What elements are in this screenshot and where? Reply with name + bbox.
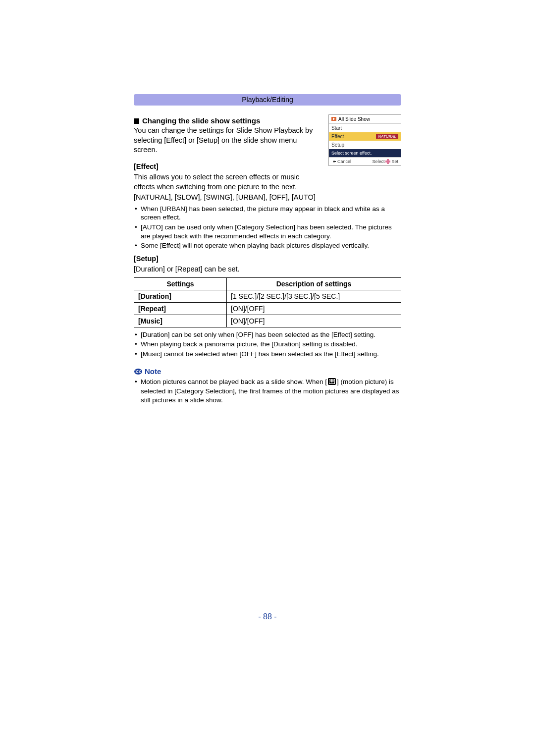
note-heading: Note (134, 367, 401, 376)
note-bullet: Motion pictures cannot be played back as… (134, 378, 401, 404)
table-head-description: Description of settings (227, 277, 401, 290)
svg-rect-7 (331, 379, 332, 382)
effect-bullet-3: Some [Effect] will not operate when play… (134, 241, 401, 250)
settings-table: Settings Description of settings [Durati… (134, 277, 401, 327)
document-page: Playback/Editing Changing the slide show… (67, 0, 468, 651)
setup-heading: [Setup] (134, 254, 401, 264)
effect-options: [NATURAL], [SLOW], [SWING], [URBAN], [OF… (134, 193, 401, 203)
effect-bullets: When [URBAN] has been selected, the pict… (134, 205, 401, 250)
motion-picture-icon (328, 378, 336, 387)
page-number: - 88 - (134, 612, 401, 621)
effect-bullet-2: [AUTO] can be used only when [Category S… (134, 223, 401, 240)
camera-menu-illustration: All Slide Show Start Effect NATURAL Setu… (328, 114, 401, 166)
setup-bullet-2: When playing back a panorama picture, th… (134, 340, 401, 349)
table-row: [Music] [ON]/[OFF] (134, 315, 401, 327)
changing-settings-heading: Changing the slide show settings (134, 116, 321, 125)
camera-item-effect: Effect NATURAL (329, 132, 401, 141)
header-title: Playback/Editing (242, 96, 293, 104)
setup-description: [Duration] or [Repeat] can be set. (134, 265, 401, 274)
effect-description: This allows you to select the screen eff… (134, 172, 321, 192)
camera-select-set: Select Set (372, 159, 398, 164)
note-bullets: Motion pictures cannot be played back as… (134, 378, 401, 404)
setup-bullets: [Duration] can be set only when [OFF] ha… (134, 330, 401, 359)
svg-point-2 (134, 369, 142, 375)
camera-title: All Slide Show (338, 116, 370, 122)
note-icon (134, 368, 143, 375)
camera-cancel: Cancel (331, 159, 351, 164)
dpad-icon (385, 159, 390, 164)
effect-heading: [Effect] (134, 162, 321, 172)
table-row: [Duration] [1 SEC.]/[2 SEC.]/[3 SEC.]/[5… (134, 290, 401, 302)
table-head-settings: Settings (134, 277, 227, 290)
setup-bullet-3: [Music] cannot be selected when [OFF] ha… (134, 350, 401, 359)
effect-bullet-1: When [URBAN] has been selected, the pict… (134, 205, 401, 222)
camera-title-row: All Slide Show (329, 115, 401, 124)
playback-icon (331, 117, 336, 121)
svg-rect-1 (385, 161, 390, 162)
intro-paragraph: You can change the settings for Slide Sh… (134, 126, 321, 155)
setup-bullet-1: [Duration] can be set only when [OFF] ha… (134, 330, 401, 339)
camera-footer: Cancel Select Set (329, 157, 401, 165)
table-row: [Repeat] [ON]/[OFF] (134, 302, 401, 315)
square-bullet-icon (134, 118, 139, 124)
camera-effect-value: NATURAL (376, 134, 398, 139)
section-header-bar: Playback/Editing (134, 94, 401, 106)
return-icon (331, 160, 336, 163)
camera-item-setup: Setup (329, 141, 401, 149)
camera-hint: Select screen effect. (329, 149, 401, 157)
camera-item-start: Start (329, 124, 401, 132)
